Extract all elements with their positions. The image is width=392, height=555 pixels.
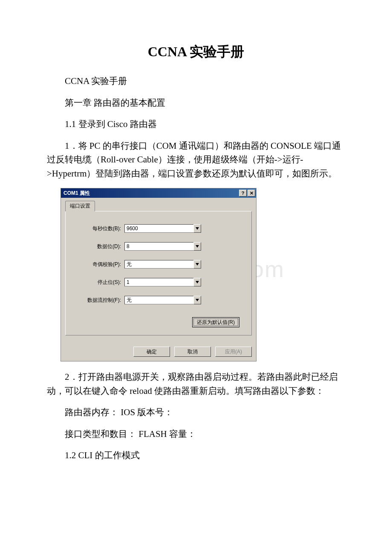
input-parity[interactable] <box>124 260 193 269</box>
combo-stopbits[interactable] <box>124 278 201 286</box>
router-iface-line: 接口类型和数目： FLASH 容量： <box>47 427 345 441</box>
router-mem-line: 路由器内存： IOS 版本号： <box>47 405 345 419</box>
chapter-heading: 第一章 路由器的基本配置 <box>47 96 345 110</box>
help-icon: ? <box>242 191 245 196</box>
chevron-down-icon <box>196 227 199 230</box>
input-baud[interactable] <box>124 224 193 233</box>
dialog-body: 端口设置 每秒位数(B): 数据位(D): <box>61 198 256 341</box>
section-1-2: 1.2 CLI 的工作模式 <box>47 448 345 462</box>
document-page: CCNA 实验手册 CCNA 实验手册 第一章 路由器的基本配置 1.1 登录到… <box>0 0 392 496</box>
label-baud: 每秒位数(B): <box>78 225 124 232</box>
com1-properties-dialog: COM1 属性 ? ✕ 端口设置 每秒位数(B): <box>61 188 257 361</box>
restore-row: 还原为默认值(R) <box>78 317 239 327</box>
label-stopbits: 停止位(S): <box>78 279 124 286</box>
cancel-label: 取消 <box>187 349 198 355</box>
chevron-down-icon <box>196 245 199 248</box>
tab-port-settings[interactable]: 端口设置 <box>65 201 95 211</box>
combo-databits[interactable] <box>124 242 201 251</box>
dialog-titlebar: COM1 属性 ? ✕ <box>61 188 256 198</box>
section-1-1: 1.1 登录到 Cisco 路由器 <box>47 117 345 131</box>
help-button[interactable]: ? <box>239 190 247 197</box>
apply-label: 应用(A) <box>225 349 242 355</box>
label-parity: 奇偶校验(P): <box>78 261 124 268</box>
combo-parity[interactable] <box>124 260 201 269</box>
row-stopbits: 停止位(S): <box>78 278 239 286</box>
step-2-text: 2．打开路由器电源开关，观察路由器启动过程。若路由器此时已经启动，可以在键入命令… <box>47 370 345 398</box>
dialog-figure: COM1 属性 ? ✕ 端口设置 每秒位数(B): <box>47 188 345 361</box>
close-icon: ✕ <box>250 191 254 196</box>
chevron-down-icon <box>196 263 199 266</box>
label-flowcontrol: 数据流控制(F): <box>78 297 124 304</box>
restore-label: 还原为默认值(R) <box>197 319 235 325</box>
close-button[interactable]: ✕ <box>248 190 255 197</box>
dropdown-button[interactable] <box>193 260 201 269</box>
cancel-button[interactable]: 取消 <box>174 347 211 357</box>
combo-flowcontrol[interactable] <box>124 296 201 304</box>
chevron-down-icon <box>196 299 199 301</box>
ok-button[interactable]: 确定 <box>133 347 170 357</box>
row-databits: 数据位(D): <box>78 242 239 251</box>
dropdown-button[interactable] <box>193 278 201 286</box>
step-1-text: 1．将 PC 的串行接口（COM 通讯端口）和路由器的 CONSOLE 端口通过… <box>47 139 345 181</box>
ok-label: 确定 <box>147 349 157 355</box>
dropdown-button[interactable] <box>193 224 201 233</box>
row-parity: 奇偶校验(P): <box>78 260 239 269</box>
dialog-title: COM1 属性 <box>63 190 90 197</box>
tab-panel: 每秒位数(B): 数据位(D): <box>65 211 252 335</box>
restore-defaults-button[interactable]: 还原为默认值(R) <box>192 317 239 327</box>
combo-baud[interactable] <box>124 224 201 233</box>
chevron-down-icon <box>196 281 199 283</box>
row-baud: 每秒位数(B): <box>78 224 239 233</box>
label-databits: 数据位(D): <box>78 243 124 250</box>
apply-button[interactable]: 应用(A) <box>215 347 252 357</box>
input-flowcontrol[interactable] <box>124 296 193 304</box>
row-flowcontrol: 数据流控制(F): <box>78 296 239 304</box>
dropdown-button[interactable] <box>193 296 201 304</box>
dropdown-button[interactable] <box>193 242 201 251</box>
dialog-button-row: 确定 取消 应用(A) <box>61 342 256 361</box>
input-databits[interactable] <box>124 242 193 251</box>
tab-strip: 端口设置 <box>65 200 252 211</box>
doc-title: CCNA 实验手册 <box>47 43 345 61</box>
input-stopbits[interactable] <box>124 278 193 286</box>
titlebar-buttons: ? ✕ <box>239 190 255 197</box>
tab-label: 端口设置 <box>70 203 90 209</box>
doc-subtitle: CCNA 实验手册 <box>47 74 345 88</box>
